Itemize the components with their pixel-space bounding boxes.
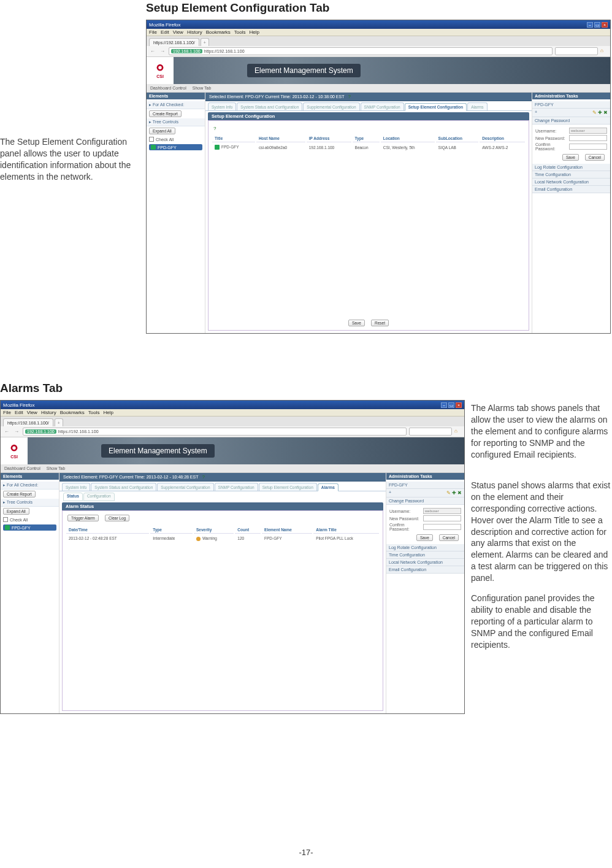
home-icon[interactable]: ⌂	[454, 428, 462, 436]
tab-system-status[interactable]: System Status and Configuration	[91, 483, 156, 491]
admin-node-row[interactable]: FPD-GFY	[386, 482, 464, 489]
back-icon[interactable]: ←	[3, 428, 10, 436]
add-icon[interactable]: ✚	[598, 110, 602, 115]
search-input[interactable]	[409, 428, 452, 436]
menu-view[interactable]: View	[173, 29, 183, 35]
subtab-configuration[interactable]: Configuration	[83, 493, 115, 501]
minimize-icon[interactable]: –	[441, 402, 447, 408]
tree-node-fpd-gfy[interactable]: FPD-GFY	[3, 524, 56, 531]
url-bar[interactable]: 192.168.1.100 https://192.168.1.100	[23, 428, 407, 436]
tab-alarms[interactable]: Alarms	[467, 102, 487, 110]
tab-show-tab[interactable]: Show Tab	[193, 86, 212, 90]
tab-snmp[interactable]: SNMP Configuration	[361, 102, 404, 110]
tab-dashboard-control[interactable]: Dashboard Control	[4, 466, 40, 470]
search-input[interactable]	[555, 47, 598, 55]
minimize-icon[interactable]: –	[587, 22, 593, 28]
admin-time[interactable]: Time Configuration	[386, 551, 464, 559]
change-password-row[interactable]: Change Password	[532, 117, 610, 125]
tab-dashboard-control[interactable]: Dashboard Control	[150, 86, 186, 90]
tree-node-fpd-gfy[interactable]: FPD-GFY	[149, 144, 202, 150]
new-password-field[interactable]	[569, 135, 607, 141]
tab-setup-element[interactable]: Setup Element Configuration	[405, 103, 467, 111]
edit-icon[interactable]: ✎	[446, 490, 451, 496]
menu-edit[interactable]: Edit	[161, 29, 169, 35]
expand-icon[interactable]: +	[389, 490, 391, 496]
menu-bookmarks[interactable]: Bookmarks	[206, 29, 231, 35]
tab-system-info[interactable]: System Info	[208, 102, 236, 110]
help-icon[interactable]: ?	[202, 474, 204, 480]
checkbox-icon[interactable]	[3, 517, 8, 522]
tab-system-status[interactable]: System Status and Configuration	[237, 102, 302, 110]
pwd-save-button[interactable]: Save	[562, 154, 579, 161]
url-bar[interactable]: 192.168.1.100 https://192.168.1.100	[169, 47, 553, 55]
admin-node-row[interactable]: FPD-GFY	[532, 101, 610, 109]
tree-controls[interactable]: ▸ Tree Controls	[1, 499, 59, 507]
delete-icon[interactable]: ✖	[457, 490, 462, 496]
home-icon[interactable]: ⌂	[600, 48, 608, 55]
tab-supplemental[interactable]: Supplemental Configuration	[303, 102, 359, 110]
tab-alarms[interactable]: Alarms	[318, 483, 339, 491]
save-button[interactable]: Save	[348, 320, 365, 326]
pwd-cancel-button[interactable]: Cancel	[439, 534, 459, 541]
subtab-status[interactable]: Status	[63, 493, 83, 501]
admin-log-rotate[interactable]: Log Rotate Configuration	[386, 544, 464, 551]
confirm-password-field[interactable]	[569, 144, 607, 150]
maximize-icon[interactable]: ▭	[594, 22, 600, 28]
table-row[interactable]: 2013-02-12 - 02:48:28 EST Intermediate W…	[66, 535, 379, 542]
forward-icon[interactable]: →	[159, 48, 166, 55]
menu-tools[interactable]: Tools	[88, 410, 100, 415]
create-report-button[interactable]: Create Report	[149, 110, 182, 117]
tab-snmp[interactable]: SNMP Configuration	[215, 483, 258, 491]
clear-log-button[interactable]: Clear Log	[105, 515, 129, 521]
browser-tab[interactable]: https://192.168.1.100/	[149, 38, 199, 46]
new-tab-button[interactable]: +	[201, 38, 209, 46]
admin-local-network[interactable]: Local Network Configuration	[386, 559, 464, 566]
new-password-field[interactable]	[423, 515, 461, 521]
menu-file[interactable]: File	[3, 410, 11, 415]
menu-file[interactable]: File	[149, 29, 157, 35]
for-all-checked[interactable]: ▸ For All Checked:	[1, 482, 59, 490]
admin-time[interactable]: Time Configuration	[532, 171, 610, 179]
check-all-checkbox[interactable]: Check All	[147, 136, 205, 143]
check-all-checkbox[interactable]: Check All	[1, 516, 59, 523]
menu-edit[interactable]: Edit	[15, 410, 23, 415]
pwd-cancel-button[interactable]: Cancel	[585, 154, 605, 161]
menu-help[interactable]: Help	[103, 410, 113, 415]
menu-history[interactable]: History	[41, 410, 56, 415]
back-icon[interactable]: ←	[149, 48, 156, 55]
help-icon[interactable]: ?	[213, 126, 526, 131]
confirm-password-field[interactable]	[423, 524, 461, 530]
close-icon[interactable]: ×	[456, 402, 462, 408]
expand-all-button[interactable]: Expand All	[149, 128, 175, 134]
for-all-checked[interactable]: ▸ For All Checked:	[147, 101, 205, 109]
admin-plus-row[interactable]: + ✎ ✚ ✖	[532, 109, 610, 117]
tab-supplemental[interactable]: Supplemental Configuration	[157, 483, 213, 491]
edit-icon[interactable]: ✎	[592, 110, 597, 115]
table-row[interactable]: FPD-GFY csi-ab09a8e2a0 192.168.1.100 Bea…	[212, 144, 525, 151]
admin-log-rotate[interactable]: Log Rotate Configuration	[532, 164, 610, 171]
forward-icon[interactable]: →	[13, 428, 20, 436]
admin-plus-row[interactable]: + ✎ ✚ ✖	[386, 489, 464, 497]
close-icon[interactable]: ×	[602, 22, 608, 28]
menu-bookmarks[interactable]: Bookmarks	[60, 410, 85, 415]
trigger-alarm-button[interactable]: Trigger Alarm	[67, 515, 99, 521]
menu-history[interactable]: History	[187, 29, 202, 35]
menu-help[interactable]: Help	[249, 29, 259, 35]
add-icon[interactable]: ✚	[452, 490, 456, 496]
pwd-save-button[interactable]: Save	[416, 534, 433, 541]
admin-email[interactable]: Email Configuration	[386, 566, 464, 574]
menu-tools[interactable]: Tools	[234, 29, 246, 35]
maximize-icon[interactable]: ▭	[448, 402, 454, 408]
tree-controls[interactable]: ▸ Tree Controls	[147, 118, 205, 126]
menu-view[interactable]: View	[27, 410, 37, 415]
tab-setup-element[interactable]: Setup Element Configuration	[259, 483, 317, 491]
reset-button[interactable]: Reset	[371, 320, 389, 326]
delete-icon[interactable]: ✖	[603, 110, 608, 115]
tab-system-info[interactable]: System Info	[62, 483, 90, 491]
create-report-button[interactable]: Create Report	[3, 491, 36, 497]
checkbox-icon[interactable]	[149, 137, 154, 142]
browser-tab[interactable]: https://192.168.1.100/	[3, 418, 53, 426]
new-tab-button[interactable]: +	[55, 418, 63, 426]
expand-all-button[interactable]: Expand All	[3, 508, 29, 515]
tab-show-tab[interactable]: Show Tab	[47, 466, 66, 470]
